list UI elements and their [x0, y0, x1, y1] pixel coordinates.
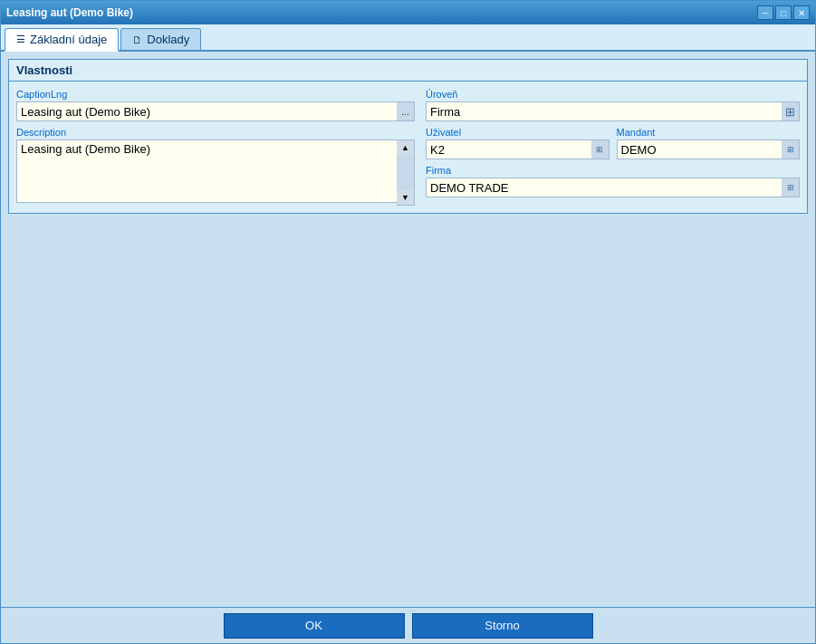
firma-label: Firma — [426, 165, 800, 176]
properties-panel: Vlastnosti CaptionLng ... Descr — [8, 59, 808, 214]
menu-icon: ☰ — [16, 34, 25, 45]
uroven-label: Úroveň — [426, 89, 800, 100]
uzivatel-input[interactable] — [426, 139, 610, 159]
uroven-field-group: Úroveň ⊞ — [426, 89, 800, 121]
description-textarea[interactable]: Leasing aut (Demo Bike) — [16, 139, 415, 203]
description-wrapper: Leasing aut (Demo Bike) ▲ ▼ — [16, 139, 415, 206]
ok-button[interactable]: OK — [224, 613, 405, 639]
captionlng-label: CaptionLng — [16, 89, 415, 100]
captionlng-input-wrapper: ... — [16, 101, 415, 121]
mandant-input[interactable] — [617, 139, 801, 159]
window-controls: ─ □ ✕ — [757, 5, 810, 20]
uzivatel-label: Uživatel — [426, 127, 610, 138]
panel-title: Vlastnosti — [16, 63, 72, 77]
close-button[interactable]: ✕ — [793, 5, 810, 20]
mandant-field-group: Mandant ⊞ — [617, 127, 801, 159]
uzivatel-mandant-row: Uživatel ⊞ Mandant — [426, 127, 800, 159]
tab-bar: ☰ Základní údaje 🗋 Doklady — [1, 24, 815, 52]
panel-header: Vlastnosti — [9, 60, 807, 82]
doklady-icon: 🗋 — [132, 34, 142, 45]
content-area: Vlastnosti CaptionLng ... Descr — [1, 52, 815, 607]
window-title: Leasing aut (Demo Bike) — [6, 6, 133, 19]
uzivatel-field-group: Uživatel ⊞ — [426, 127, 610, 159]
firma-field-group: Firma ⊞ — [426, 165, 800, 197]
left-column: CaptionLng ... Description Leasing aut (… — [16, 89, 415, 206]
scroll-down-arrow[interactable]: ▼ — [397, 190, 414, 205]
right-column: Úroveň ⊞ Uživate — [426, 89, 800, 206]
captionlng-field-group: CaptionLng ... — [16, 89, 415, 121]
description-label: Description — [16, 127, 415, 138]
uzivatel-select-wrapper: ⊞ — [426, 139, 610, 159]
title-bar: Leasing aut (Demo Bike) ─ □ ✕ — [1, 1, 815, 24]
tab-doklady[interactable]: 🗋 Doklady — [120, 28, 201, 50]
mandant-label: Mandant — [617, 127, 801, 138]
bottom-bar: OK Storno — [1, 607, 815, 643]
mandant-select-wrapper: ⊞ — [617, 139, 801, 159]
tab-doklady-label: Doklady — [147, 33, 189, 46]
minimize-button[interactable]: ─ — [757, 5, 773, 20]
description-field-group: Description Leasing aut (Demo Bike) ▲ ▼ — [16, 127, 415, 206]
uroven-input[interactable] — [426, 101, 800, 121]
description-scrollbar: ▲ ▼ — [397, 139, 415, 206]
tab-zakladni-udaje-label: Základní údaje — [30, 33, 107, 46]
captionlng-ellipsis-button[interactable]: ... — [397, 101, 415, 121]
restore-button[interactable]: □ — [775, 5, 792, 20]
main-window: Leasing aut (Demo Bike) ─ □ ✕ ☰ Základní… — [0, 0, 816, 644]
tab-zakladni-udaje[interactable]: ☰ Základní údaje — [5, 28, 119, 52]
storno-button[interactable]: Storno — [412, 613, 593, 639]
scroll-up-arrow[interactable]: ▲ — [397, 140, 414, 155]
firma-select-wrapper: ⊞ — [426, 178, 800, 197]
uroven-select-wrapper: ⊞ — [426, 101, 800, 121]
captionlng-input[interactable] — [16, 101, 415, 121]
firma-input[interactable] — [426, 178, 800, 197]
panel-body: CaptionLng ... Description Leasing aut (… — [9, 82, 807, 213]
